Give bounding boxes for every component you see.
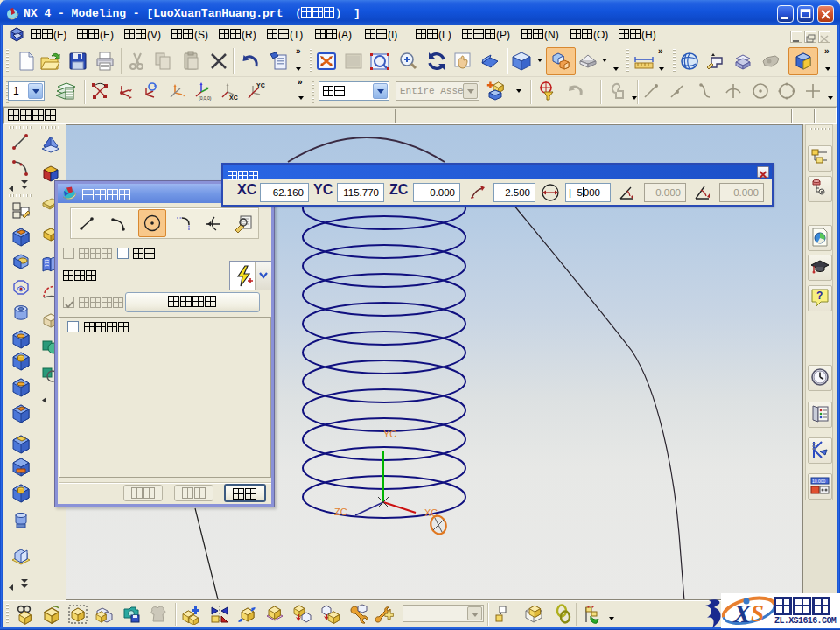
svg-text:S: S [751, 600, 764, 626]
svg-text:?: ? [816, 290, 822, 302]
svg-text:XC: XC [229, 94, 238, 101]
svg-text:(0,0,0): (0,0,0) [199, 95, 212, 101]
svg-text:XC: XC [424, 508, 438, 518]
svg-text:YC: YC [383, 429, 396, 439]
svg-text:ZC: ZC [334, 507, 347, 517]
svg-text:X: X [732, 598, 752, 627]
svg-text:YC: YC [256, 82, 265, 88]
svg-text:10.000: 10.000 [812, 479, 826, 484]
